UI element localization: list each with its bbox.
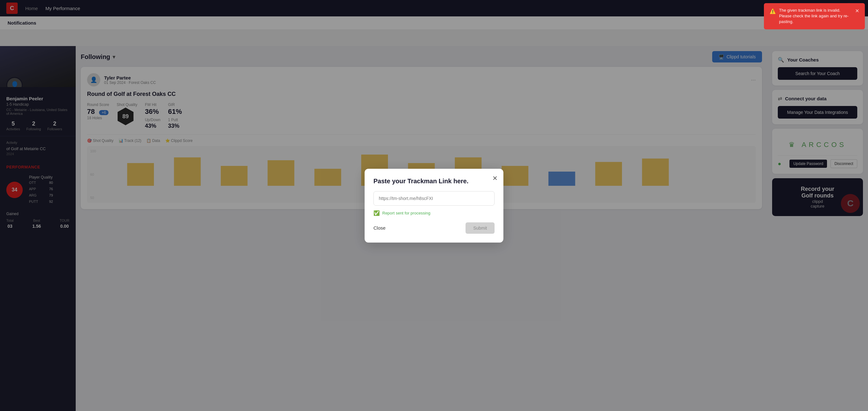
warning-icon: ⚠️ <box>770 8 776 15</box>
error-message: The given trackman link is invalid. Plea… <box>779 7 852 25</box>
trackman-modal: Paste your Trackman Link here. ✕ ✅ Repor… <box>365 169 503 243</box>
trackman-link-input[interactable] <box>373 191 495 205</box>
modal-submit-button[interactable]: Submit <box>466 222 495 234</box>
modal-overlay: Paste your Trackman Link here. ✕ ✅ Repor… <box>0 0 868 411</box>
modal-title: Paste your Trackman Link here. <box>373 178 495 185</box>
modal-close-button[interactable]: Close <box>373 225 385 230</box>
modal-close-icon-button[interactable]: ✕ <box>492 175 498 182</box>
check-icon: ✅ <box>373 210 380 216</box>
toast-close-button[interactable]: ✕ <box>855 7 859 14</box>
error-toast: ⚠️ The given trackman link is invalid. P… <box>764 3 865 29</box>
modal-actions: Close Submit <box>373 222 495 234</box>
success-text: Report sent for processing <box>382 211 430 215</box>
modal-success-message: ✅ Report sent for processing <box>373 210 495 216</box>
